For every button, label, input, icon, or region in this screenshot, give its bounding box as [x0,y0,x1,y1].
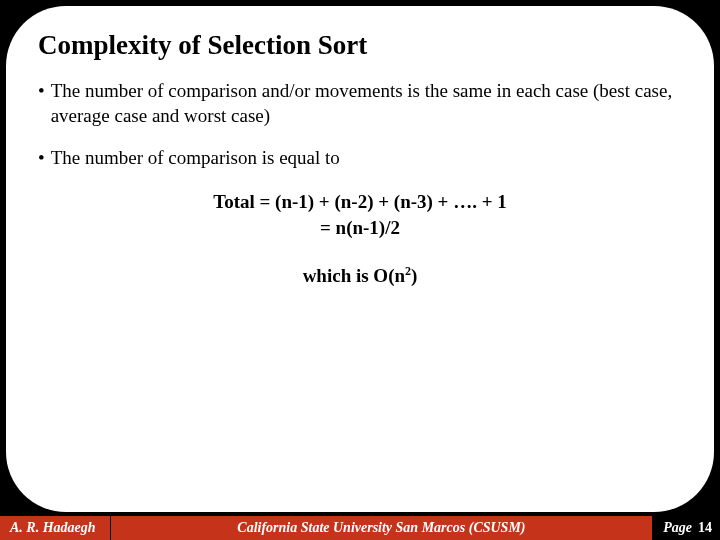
footer-author: A. R. Hadaegh [0,516,111,540]
bullet-dot-icon: • [38,146,45,171]
bigO-statement: which is O(n2) [38,264,682,287]
formula-line-1: Total = (n-1) + (n-2) + (n-3) + …. + 1 [38,189,682,215]
bullet-text: The number of comparison and/or movement… [51,79,682,128]
bigO-prefix: which is O(n [303,266,405,287]
slide-title: Complexity of Selection Sort [38,30,682,61]
bullet-item: • The number of comparison and/or moveme… [38,79,682,128]
slide-card: Complexity of Selection Sort • The numbe… [6,6,714,512]
footer-page: Page 14 [653,516,720,540]
bullet-text: The number of comparison is equal to [51,146,340,171]
bullet-dot-icon: • [38,79,45,104]
formula-line-2: = n(n-1)/2 [38,215,682,241]
page-label: Page [663,520,692,536]
footer-affiliation: California State University San Marcos (… [111,516,654,540]
bullet-item: • The number of comparison is equal to [38,146,682,171]
formula-block: Total = (n-1) + (n-2) + (n-3) + …. + 1 =… [38,189,682,240]
page-number: 14 [698,520,712,536]
bigO-suffix: ) [411,266,417,287]
slide-footer: A. R. Hadaegh California State Universit… [0,516,720,540]
